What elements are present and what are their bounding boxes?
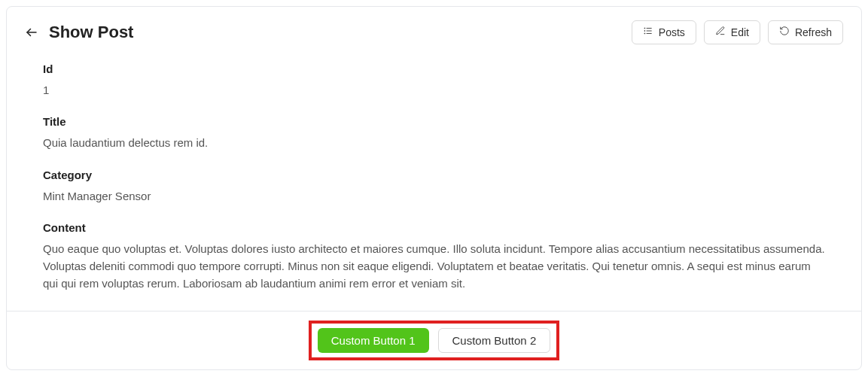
list-icon <box>643 26 653 39</box>
field-category-label: Category <box>43 169 825 181</box>
posts-button[interactable]: Posts <box>632 20 696 44</box>
header-actions: Posts Edit Refresh <box>632 20 843 44</box>
back-arrow-icon[interactable] <box>25 26 38 39</box>
edit-button-label: Edit <box>731 26 749 39</box>
custom-button-2[interactable]: Custom Button 2 <box>438 328 551 353</box>
footer-highlight-box: Custom Button 1 Custom Button 2 <box>309 321 559 360</box>
posts-button-label: Posts <box>659 26 685 39</box>
field-title-value: Quia laudantium delectus rem id. <box>43 134 825 151</box>
refresh-button[interactable]: Refresh <box>768 20 843 44</box>
svg-point-5 <box>644 31 645 32</box>
custom-button-1[interactable]: Custom Button 1 <box>318 328 429 353</box>
field-id: Id 1 <box>43 62 825 99</box>
field-id-value: 1 <box>43 81 825 99</box>
svg-point-4 <box>644 28 645 29</box>
footer: Custom Button 1 Custom Button 2 <box>7 311 861 369</box>
field-id-label: Id <box>43 62 825 75</box>
header-left: Show Post <box>25 23 133 42</box>
field-title: Title Quia laudantium delectus rem id. <box>43 115 825 151</box>
field-content-value: Quo eaque quo voluptas et. Voluptas dolo… <box>43 240 825 293</box>
refresh-icon <box>779 26 790 39</box>
page-title: Show Post <box>49 23 133 42</box>
field-content-label: Content <box>43 221 825 234</box>
refresh-button-label: Refresh <box>795 26 832 39</box>
field-title-label: Title <box>43 115 825 128</box>
field-category: Category Mint Manager Sensor <box>43 169 825 205</box>
edit-button[interactable]: Edit <box>704 20 760 44</box>
show-post-card: Show Post Posts Edit Refresh <box>6 6 862 370</box>
svg-point-6 <box>644 33 645 34</box>
field-content: Content Quo eaque quo voluptas et. Volup… <box>43 221 825 293</box>
edit-icon <box>715 26 726 39</box>
field-category-value: Mint Manager Sensor <box>43 187 825 205</box>
body: Id 1 Title Quia laudantium delectus rem … <box>7 44 861 311</box>
header: Show Post Posts Edit Refresh <box>7 7 861 44</box>
